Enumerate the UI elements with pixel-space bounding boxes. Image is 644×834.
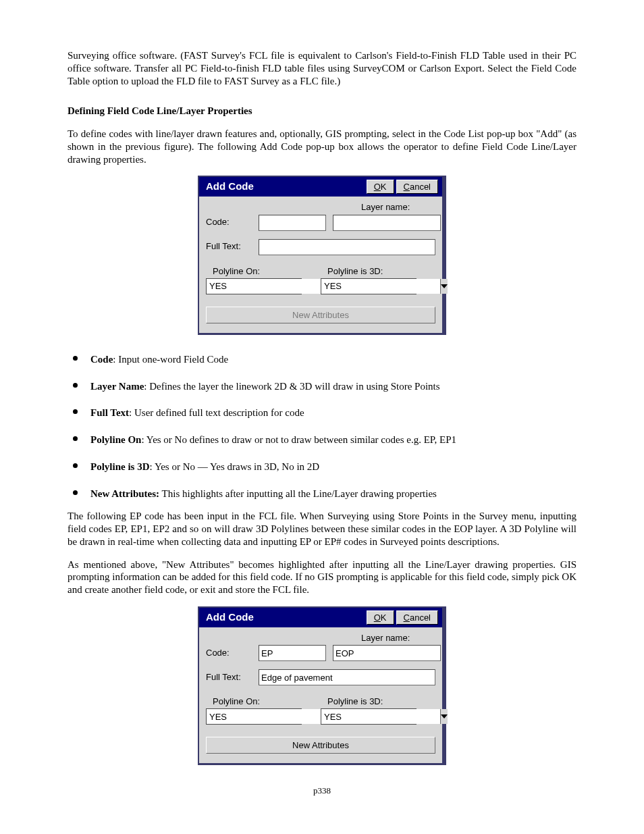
list-item: Polyline On: Yes or No defines to draw o…	[86, 429, 576, 446]
poly3d-label: Polyline is 3D:	[327, 696, 435, 707]
fulltext-label: Full Text:	[206, 241, 259, 252]
add-code-dialog-2: Add Code OK Cancel Code: Layer name: Ful…	[198, 606, 446, 766]
polyon-dropdown[interactable]	[206, 708, 302, 725]
list-item: Code: Input one-word Field Code	[86, 348, 576, 366]
poly3d-label: Polyline is 3D:	[327, 266, 435, 277]
chevron-down-icon[interactable]	[440, 279, 448, 294]
para-before-dlg2: As mentioned above, "New Attributes" bec…	[68, 558, 576, 596]
ok-button[interactable]: OK	[367, 610, 394, 625]
dialog-title: Add Code	[206, 611, 365, 624]
intro-paragraph: Surveying office software. (FAST Survey'…	[68, 49, 576, 87]
list-item: Polyline is 3D: Yes or No — Yes draws in…	[86, 456, 576, 473]
poly3d-dropdown[interactable]	[321, 708, 417, 725]
section-heading: Defining Field Code Line/Layer Propertie…	[68, 105, 576, 118]
new-attributes-button[interactable]: New Attributes	[206, 737, 435, 754]
list-item: New Attributes: This highlights after in…	[86, 483, 576, 500]
layer-label: Layer name:	[361, 202, 435, 213]
poly3d-value[interactable]	[321, 709, 440, 724]
list-item: Full Text: User defined full text descri…	[86, 402, 576, 419]
code-input[interactable]	[259, 215, 326, 231]
fulltext-input[interactable]	[259, 669, 435, 685]
dialog-titlebar: Add Code OK Cancel	[199, 177, 442, 197]
fulltext-input[interactable]	[259, 239, 435, 255]
add-code-dialog-1: Add Code OK Cancel Code: Layer name: Ful…	[198, 176, 446, 335]
cancel-button[interactable]: Cancel	[396, 610, 438, 625]
poly3d-dropdown[interactable]	[321, 278, 417, 294]
polyon-value[interactable]	[207, 279, 325, 294]
para-after-bullets: The following EP code has been input in …	[68, 510, 576, 548]
page-number: p338	[68, 785, 576, 796]
cancel-button[interactable]: Cancel	[396, 180, 438, 194]
list-item: Layer Name: Defines the layer the linewo…	[86, 375, 576, 393]
chevron-down-icon[interactable]	[440, 709, 448, 724]
new-attributes-button[interactable]: New Attributes	[206, 307, 435, 323]
polyon-label: Polyline On:	[213, 266, 321, 277]
poly3d-value[interactable]	[321, 279, 440, 294]
code-input[interactable]	[259, 645, 326, 661]
dialog-titlebar: Add Code OK Cancel	[199, 608, 442, 627]
fulltext-label: Full Text:	[206, 672, 259, 683]
field-list: Code: Input one-word Field Code Layer Na…	[68, 348, 576, 500]
svg-marker-1	[441, 284, 448, 288]
dialog-title: Add Code	[206, 180, 365, 193]
layer-input[interactable]	[333, 645, 441, 661]
code-label: Code:	[206, 217, 259, 228]
ok-button[interactable]: OK	[367, 180, 394, 194]
section-paragraph: To define codes with line/layer drawn fe…	[68, 128, 576, 165]
polyon-label: Polyline On:	[213, 696, 321, 707]
polyon-dropdown[interactable]	[206, 278, 302, 294]
svg-marker-3	[441, 714, 448, 719]
layer-input[interactable]	[333, 215, 441, 231]
code-label: Code:	[206, 648, 259, 658]
polyon-value[interactable]	[207, 709, 325, 724]
layer-label: Layer name:	[361, 633, 435, 644]
